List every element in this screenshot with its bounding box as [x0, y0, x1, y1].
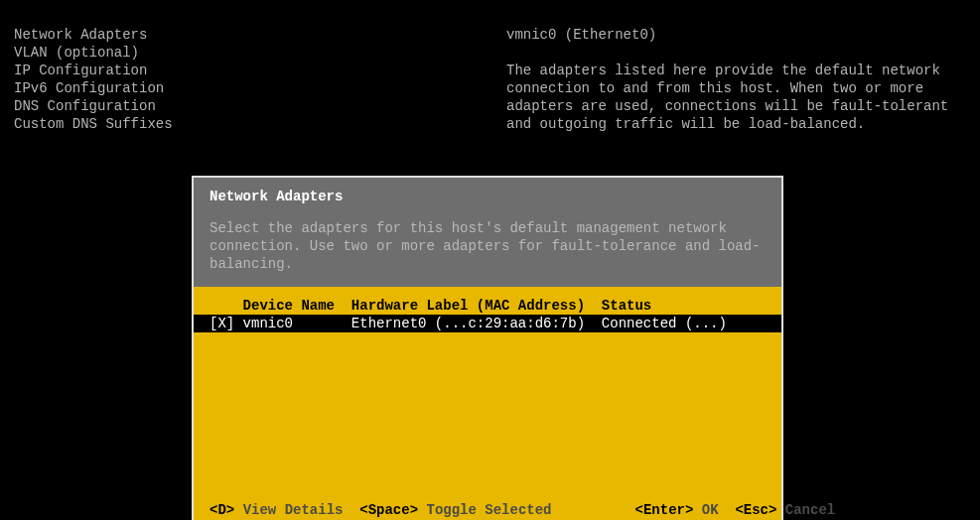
menu-item-custom-dns[interactable]: Custom DNS Suffixes [14, 115, 173, 133]
ok-label: OK [702, 502, 719, 518]
menu-item-vlan[interactable]: VLAN (optional) [14, 44, 173, 62]
cancel-button[interactable]: <Esc> Cancel [735, 502, 835, 518]
key-d: <D> [210, 502, 234, 518]
key-esc: <Esc> [735, 502, 776, 518]
toggle-selected-hint[interactable]: <Space> Toggle Selected [359, 502, 551, 518]
key-space: <Space> [359, 502, 418, 518]
dialog-body: Device Name Hardware Label (MAC Address)… [194, 287, 781, 495]
adapter-row-vmnic0[interactable]: [X] vmnic0 Ethernet0 (...c:29:aa:d6:7b) … [194, 315, 781, 332]
info-panel-title: vmnic0 (Ethernet0) [506, 26, 973, 44]
view-details-label: View Details [243, 502, 344, 518]
network-adapters-dialog: Network Adapters Select the adapters for… [192, 176, 783, 520]
info-panel-body: The adapters listed here provide the def… [506, 62, 973, 133]
info-panel: vmnic0 (Ethernet0) The adapters listed h… [506, 26, 973, 133]
menu-item-ipv6-config[interactable]: IPv6 Configuration [14, 79, 173, 97]
key-enter: <Enter> [635, 502, 694, 518]
adapter-table-header: Device Name Hardware Label (MAC Address)… [194, 297, 781, 315]
view-details-hint[interactable]: <D> View Details [210, 502, 343, 518]
dialog-header: Network Adapters Select the adapters for… [194, 178, 781, 287]
management-network-menu: Network Adapters VLAN (optional) IP Conf… [14, 26, 173, 133]
menu-item-ip-config[interactable]: IP Configuration [14, 62, 173, 79]
dialog-footer: <D> View Details <Space> Toggle Selected… [194, 495, 781, 520]
menu-item-dns-config[interactable]: DNS Configuration [14, 97, 173, 115]
menu-item-network-adapters[interactable]: Network Adapters [14, 26, 173, 44]
dialog-description: Select the adapters for this host's defa… [210, 219, 766, 273]
toggle-selected-label: Toggle Selected [426, 502, 551, 518]
cancel-label: Cancel [785, 502, 835, 518]
ok-button[interactable]: <Enter> OK [635, 502, 719, 518]
dialog-title: Network Adapters [210, 188, 766, 205]
